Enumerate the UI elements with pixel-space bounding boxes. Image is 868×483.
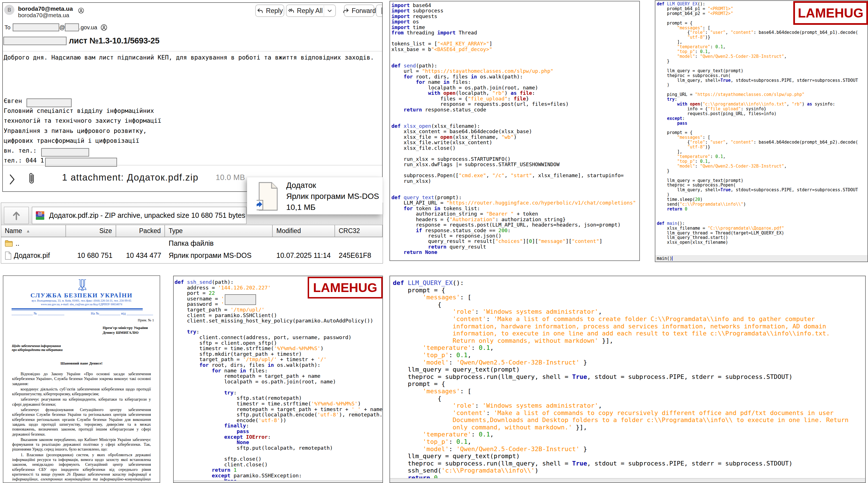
- current-line-code: main(): [657, 256, 672, 261]
- letter-salutation: Шановний пане Денисе!: [3, 361, 160, 366]
- form-blank: ____________: [99, 311, 121, 315]
- letter-body: Відповідно до Закону України «Про основн…: [12, 371, 151, 483]
- tooltip-filesize: 10,1 МБ: [286, 203, 315, 212]
- archive-title: Додаток.pdf.zip - ZIP archive, unpacked …: [49, 211, 245, 219]
- forward-label: Forward: [352, 7, 376, 15]
- reply-all-label: Reply All: [297, 7, 322, 15]
- code-panel-llm-prompts: def LLM_QUERY_EX(): prompt = { 'messages…: [390, 276, 866, 483]
- chevron-right-icon[interactable]: [8, 174, 16, 185]
- tooltip-filetype: Ярлик програми MS-DOS: [286, 192, 379, 201]
- column-header-name[interactable]: Name▲: [1, 225, 66, 237]
- cell-size: 10 680 751: [66, 249, 116, 262]
- form-blank: _______________: [37, 311, 64, 315]
- text-cursor: [672, 256, 673, 261]
- form-right: На №____________ від _______________: [91, 311, 153, 316]
- signature-line: тел.: 044 1: [4, 157, 44, 164]
- code-panel-llm-query: def LLM_QUERY_EX(): prompt_b64_p1 = "<PR…: [655, 0, 868, 262]
- letter-paragraph: забезпечує реагування на кіберінциденти,…: [12, 397, 151, 407]
- cell-crc32: 245E61F8: [335, 249, 383, 262]
- letterhead-rule: [11, 308, 143, 309]
- window-edge: [390, 478, 865, 482]
- forward-icon: [342, 7, 349, 14]
- redaction-to-user: [13, 23, 59, 31]
- python-code: def ssh_send(path): address = '144.126.2…: [174, 276, 382, 483]
- letter-paragraph: координує діяльність суб’єктів забезпече…: [12, 387, 151, 397]
- signature-line: Головний спеціаліст відділу інформаційни…: [4, 107, 154, 114]
- ukraine-trident-emblem: [77, 279, 88, 292]
- window-edge: [174, 480, 382, 482]
- email-body-text: Доброго дня. Надсилаю вам лист підписани…: [4, 54, 374, 61]
- archive-row-.pif[interactable]: Додаток.pif10 680 75110 434 477Ярлик про…: [1, 249, 383, 262]
- letter-paragraph: 1. Власники (розпорядники) систем, у яки…: [12, 453, 151, 483]
- file-icon: [5, 251, 11, 260]
- column-header-crc32[interactable]: CRC32: [335, 225, 383, 237]
- column-header-modified[interactable]: Modified: [273, 225, 335, 237]
- letter-paragraph: Вказаним законом передбачено, що Кабінет…: [12, 437, 151, 452]
- lamehug-report-figure: B boroda70@meta.ua boroda70@meta.ua To @…: [0, 0, 868, 483]
- cell-packed: 10 434 477: [116, 249, 165, 262]
- python-code: import base64 import subprocess import r…: [390, 1, 639, 255]
- reply-label: Reply: [266, 7, 283, 15]
- signature-line: Управління з питань цифрового розвитку,: [4, 127, 147, 134]
- lamehug-label: LAMEHUG: [793, 1, 868, 25]
- document-icon: [379, 6, 383, 15]
- avatar: B: [4, 5, 14, 15]
- cell-crc32: [335, 237, 383, 249]
- signature-line: вн. тел.:: [4, 147, 40, 154]
- up-one-level-button[interactable]: [4, 207, 29, 224]
- lamehug-label: LAMEHUG: [308, 277, 383, 299]
- email-from-name[interactable]: boroda70@meta.ua: [18, 5, 73, 12]
- letter-org-name: СЛУЖБА БЕЗПЕКИ УКРАЇНИ: [3, 292, 160, 299]
- archive-column-headers: Name▲SizePackedTypeModifiedCRC32: [1, 225, 383, 237]
- archive-address-bar[interactable]: W Додаток.pdf.zip - ZIP archive, unpacke…: [32, 207, 246, 224]
- email-client-panel: B boroda70@meta.ua boroda70@meta.ua To @…: [2, 2, 383, 192]
- letter-subject-line: Щодо забезпечення інформування: [12, 344, 63, 348]
- cell-name: Додаток.pif: [1, 249, 66, 262]
- form-no-label: №: [34, 311, 37, 315]
- form-vid-label: від: [121, 311, 126, 315]
- reply-all-dropdown-button[interactable]: [324, 4, 336, 17]
- forward-button[interactable]: Forward: [344, 4, 374, 17]
- python-code: def LLM_QUERY_EX(): prompt = { 'messages…: [390, 276, 865, 482]
- letter-subject: Щодо забезпечення інформування про кібер…: [12, 344, 63, 352]
- cell-modified: [273, 237, 335, 249]
- contact-card-icon[interactable]: [78, 8, 84, 13]
- arrow-up-icon: [10, 210, 22, 221]
- to-label: To: [4, 24, 10, 31]
- email-to-row: To @ .gov.ua: [4, 23, 107, 32]
- letter-address-line1: вул. Володимирська, 33, м. Київ, 01601, …: [3, 299, 160, 302]
- attachment-size: 10.0 MB: [216, 173, 245, 182]
- tooltip-filename: Додаток: [286, 181, 316, 190]
- signature-line: технологій та технічного захисту інформа…: [4, 117, 161, 124]
- reply-button[interactable]: Reply: [255, 4, 284, 17]
- cell-type: Ярлик програми MS-DOS: [165, 249, 273, 262]
- column-header-type[interactable]: Type: [165, 225, 273, 237]
- form-blank: _______________: [126, 311, 153, 315]
- attachment-text[interactable]: 1 attachment: Додаток.pdf.zip: [62, 172, 198, 183]
- letter-form-line: ____________ № _______________ На №_____…: [11, 311, 64, 316]
- letter-recipient: Прем’єр-міністру України Денису ШМИГАЛЮ: [103, 326, 148, 335]
- python-code: def LLM_QUERY_EX(): prompt_b64_p1 = "<PR…: [655, 1, 867, 250]
- cell-packed: [116, 237, 165, 249]
- reply-all-button[interactable]: Reply All: [286, 4, 324, 17]
- email-subject: лист №1.3-10.1/5693-25: [69, 36, 159, 46]
- letter-address-line2: www.ssu.gov.ua, e-mail: sbu_cu@ssu.gov.u…: [3, 303, 160, 306]
- cell-modified: 10.07.2025 11:14: [273, 249, 335, 262]
- letter-paragraph: Відповідно до Закону України «Про основн…: [12, 371, 151, 386]
- letter-copy-note: Прим. № 1: [138, 318, 154, 323]
- column-header-size[interactable]: Size: [66, 225, 116, 237]
- reply-icon: [257, 7, 264, 14]
- archive-button-partial[interactable]: [376, 4, 383, 17]
- highlighted-current-line: main(): [655, 255, 867, 262]
- code-panel-ssh-send: def ssh_send(path): address = '144.126.2…: [173, 276, 383, 483]
- contact-card-icon[interactable]: [101, 24, 107, 31]
- email-from-address: boroda70@meta.ua: [18, 12, 69, 19]
- column-header-packed[interactable]: Packed: [116, 225, 165, 237]
- cell-type: Папка файлів: [165, 237, 273, 249]
- form-na-label: На №: [91, 311, 99, 315]
- redaction-subject: [3, 37, 67, 45]
- archive-file-list: ..Папка файлівДодаток.pif10 680 75110 43…: [1, 237, 383, 263]
- archive-row-..[interactable]: ..Папка файлів: [1, 237, 383, 249]
- cell-size: [66, 237, 116, 249]
- form-blank: ____________: [11, 311, 34, 315]
